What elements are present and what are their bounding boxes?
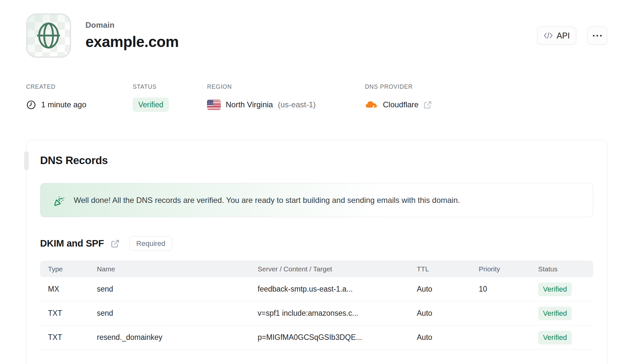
title-block: Domain example.com: [85, 21, 179, 51]
dns-provider-external-link[interactable]: [423, 100, 432, 109]
success-banner-text: Well done! All the DNS records are verif…: [74, 196, 460, 205]
dkim-spf-external-link[interactable]: [111, 239, 120, 248]
col-content: Server / Content / Target: [250, 265, 409, 273]
table-row: TXT send v=spf1 include:amazonses.c... A…: [40, 301, 593, 326]
ellipsis-icon: [593, 35, 602, 37]
col-status: Status: [530, 265, 593, 273]
table-row: MX send feedback-smtp.us-east-1.a... Aut…: [40, 277, 593, 301]
record-status-badge: Verified: [538, 282, 572, 296]
meta-dns-provider: DNS PROVIDER Cloudflare: [365, 83, 432, 112]
record-content: v=spf1 include:amazonses.c...: [250, 309, 409, 318]
more-button[interactable]: [587, 26, 607, 45]
domain-avatar: [26, 13, 71, 58]
record-name: resend._domainkey: [89, 333, 250, 342]
section-scroll-indicator: [24, 151, 29, 170]
domain-detail-page: Domain example.com API CREATED: [0, 0, 634, 364]
api-button[interactable]: API: [537, 26, 576, 45]
record-ttl: Auto: [409, 333, 471, 342]
record-name: send: [89, 309, 250, 318]
created-label: CREATED: [26, 83, 133, 90]
dns-provider-value: Cloudflare: [383, 100, 418, 109]
meta-region: REGION North Virginia (us-east-1): [207, 83, 365, 112]
party-popper-icon: [53, 194, 66, 206]
dkim-spf-section-head: DKIM and SPF Required: [40, 236, 593, 251]
col-priority: Priority: [471, 265, 530, 273]
record-ttl: Auto: [409, 309, 471, 318]
dkim-spf-title: DKIM and SPF: [40, 238, 104, 249]
required-badge: Required: [129, 236, 172, 251]
table-header-row: Type Name Server / Content / Target TTL …: [40, 261, 593, 277]
globe-icon: [34, 21, 63, 50]
external-link-icon: [111, 239, 120, 248]
success-banner: Well done! All the DNS records are verif…: [40, 183, 593, 217]
external-link-icon: [423, 100, 432, 109]
record-status-badge: Verified: [538, 307, 572, 320]
cloudflare-icon: [365, 100, 378, 109]
dns-records-card: DNS Records Well done! All the DNS recor…: [26, 140, 607, 364]
status-badge: Verified: [133, 98, 169, 112]
region-value: North Virginia: [226, 100, 273, 109]
status-label: STATUS: [133, 83, 207, 90]
region-label: REGION: [207, 83, 365, 90]
region-code: (us-east-1): [278, 100, 316, 109]
meta-status: STATUS Verified: [133, 83, 207, 112]
col-name: Name: [89, 265, 250, 273]
record-content: p=MIGfMA0GCSqGSIb3DQE...: [250, 333, 409, 342]
page-eyebrow: Domain: [85, 21, 179, 30]
dns-records-table: Type Name Server / Content / Target TTL …: [40, 261, 593, 350]
us-flag-icon: [207, 100, 221, 110]
api-button-label: API: [557, 31, 570, 40]
record-type: TXT: [40, 309, 89, 318]
record-ttl: Auto: [409, 285, 471, 294]
page-title: example.com: [85, 33, 179, 51]
header-actions: API: [537, 26, 607, 45]
code-icon: [544, 32, 553, 39]
record-name: send: [89, 285, 250, 294]
record-content: feedback-smtp.us-east-1.a...: [250, 285, 409, 294]
col-ttl: TTL: [409, 265, 471, 273]
record-priority: 10: [471, 285, 530, 294]
domain-meta-row: CREATED 1 minute ago STATUS Verified REG…: [26, 83, 432, 112]
created-value: 1 minute ago: [41, 100, 86, 109]
meta-created: CREATED 1 minute ago: [26, 83, 133, 112]
dns-records-title: DNS Records: [40, 154, 607, 167]
dns-provider-label: DNS PROVIDER: [365, 83, 432, 90]
clock-icon: [26, 100, 36, 110]
record-status-badge: Verified: [538, 331, 572, 344]
col-type: Type: [40, 265, 89, 273]
table-row: TXT resend._domainkey p=MIGfMA0GCSqGSIb3…: [40, 326, 593, 350]
record-type: TXT: [40, 333, 89, 342]
page-header: Domain example.com API: [26, 13, 607, 58]
record-type: MX: [40, 285, 89, 294]
